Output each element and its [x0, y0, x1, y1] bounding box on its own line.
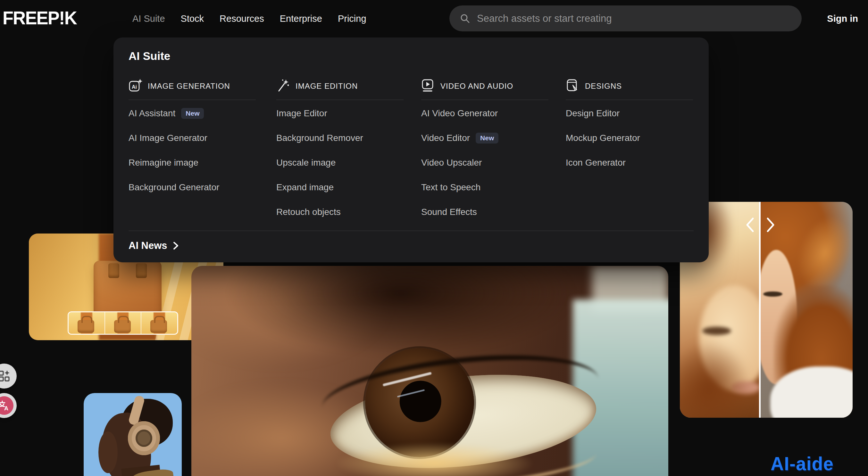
search-icon: [460, 13, 470, 24]
bag-handle-shape: [136, 263, 147, 278]
headphone-cup-shape: [128, 421, 160, 455]
menu-item-retouch-objects[interactable]: Retouch objects: [276, 200, 404, 224]
translate-button-inner: A: [0, 396, 13, 415]
new-badge: New: [476, 133, 498, 143]
menu-item-expand-image[interactable]: Expand image: [276, 175, 404, 200]
menu-item-label: Upscale image: [276, 158, 336, 168]
filmstrip-frame: [104, 312, 141, 334]
menu-item-image-editor[interactable]: Image Editor: [276, 101, 404, 126]
search-placeholder: Search assets or start creating: [477, 13, 612, 24]
nav-item-ai-suite[interactable]: AI Suite: [132, 13, 165, 24]
menu-item-video-editor[interactable]: Video EditorNew: [421, 126, 549, 150]
menu-column-header-label: DESIGNS: [585, 82, 622, 91]
top-navigation-bar: FREEP!K AI SuiteStockResourcesEnterprise…: [0, 0, 868, 37]
video-filmstrip[interactable]: [68, 311, 178, 335]
menu-item-background-remover[interactable]: Background Remover: [276, 126, 404, 150]
comparison-slider-handle[interactable]: [759, 202, 761, 418]
menu-item-ai-image-generator[interactable]: AI Image Generator: [128, 126, 256, 150]
menu-item-video-upscaler[interactable]: Video Upscaler: [421, 150, 549, 175]
menu-item-label: Sound Effects: [421, 207, 477, 217]
image-generation-icon: Ai: [128, 79, 143, 94]
menu-item-design-editor[interactable]: Design Editor: [566, 101, 693, 126]
menu-item-label: Video Upscaler: [421, 158, 482, 168]
filmstrip-frame: [141, 312, 177, 334]
menu-item-label: Background Generator: [128, 182, 219, 193]
menu-item-label: Text to Speech: [421, 182, 480, 193]
chevron-left-icon[interactable]: [744, 216, 756, 234]
chevron-right-icon[interactable]: [765, 216, 777, 234]
menu-item-label: Expand image: [276, 182, 334, 193]
ai-aide-watermark: AI-aide: [771, 452, 834, 474]
filmstrip-frame: [69, 312, 104, 334]
skin-shimmer-shape: [334, 442, 535, 476]
chevron-right-icon: [173, 241, 179, 250]
menu-column-video-and-audio: VIDEO AND AUDIOAI Video GeneratorVideo E…: [421, 37, 549, 262]
nav-item-resources[interactable]: Resources: [220, 13, 264, 24]
menu-column-header-label: VIDEO AND AUDIO: [440, 82, 513, 91]
nav-item-stock[interactable]: Stock: [181, 13, 204, 24]
menu-item-label: AI Image Generator: [128, 133, 207, 143]
nav-item-pricing[interactable]: Pricing: [338, 13, 366, 24]
video-audio-icon: [421, 79, 435, 94]
translate-icon: A: [0, 400, 10, 411]
new-badge: New: [181, 108, 204, 119]
menu-column-header: VIDEO AND AUDIO: [421, 78, 513, 95]
menu-column-header-label: IMAGE GENERATION: [148, 82, 230, 91]
magic-wand-icon: [276, 79, 290, 94]
menu-item-upscale-image[interactable]: Upscale image: [276, 150, 404, 175]
menu-column-header: IMAGE EDITION: [276, 78, 358, 95]
bag-handle-shape: [108, 263, 119, 278]
menu-item-ai-assistant[interactable]: AI AssistantNew: [128, 101, 256, 126]
menu-item-text-to-speech[interactable]: Text to Speech: [421, 175, 549, 200]
freepik-logo[interactable]: FREEP!K: [3, 7, 76, 29]
menu-item-ai-video-generator[interactable]: AI Video Generator: [421, 101, 549, 126]
menu-item-label: AI Assistant: [128, 108, 175, 118]
translate-floating-button[interactable]: A: [0, 393, 17, 418]
menu-item-label: Design Editor: [566, 108, 620, 118]
profile-shape: [98, 432, 118, 473]
apps-sparkle-icon: [0, 370, 10, 382]
menu-item-label: Mockup Generator: [566, 133, 640, 143]
menu-item-reimagine-image[interactable]: Reimagine image: [128, 150, 256, 175]
nav-item-enterprise[interactable]: Enterprise: [280, 13, 322, 24]
menu-item-mockup-generator[interactable]: Mockup Generator: [566, 126, 693, 150]
menu-item-label: Background Remover: [276, 133, 363, 143]
after-sharp-half: [761, 202, 852, 418]
menu-column-header-label: IMAGE EDITION: [296, 82, 358, 91]
search-bar[interactable]: Search assets or start creating: [450, 5, 802, 31]
menu-column-image-edition: IMAGE EDITIONImage EditorBackground Remo…: [276, 37, 404, 262]
menu-column-designs: DESIGNSDesign EditorMockup GeneratorIcon…: [566, 37, 693, 262]
menu-item-icon-generator[interactable]: Icon Generator: [566, 150, 693, 175]
menu-item-label: Image Editor: [276, 108, 327, 118]
sign-in-button[interactable]: Sign in: [827, 0, 858, 37]
menu-column-header: AiIMAGE GENERATION: [128, 78, 230, 95]
menu-item-label: Video Editor: [421, 133, 470, 143]
menu-column-divider: [276, 100, 404, 100]
menu-item-background-generator[interactable]: Background Generator: [128, 175, 256, 200]
menu-item-label: AI Video Generator: [421, 108, 498, 118]
svg-text:A: A: [4, 405, 8, 411]
eyebrow-shape: [220, 266, 582, 359]
eye-closeup-preview-card: [191, 266, 668, 476]
headphones-portrait-card: [84, 393, 182, 476]
menu-item-label: Retouch objects: [276, 207, 341, 217]
menu-column-divider: [421, 100, 549, 100]
menu-item-label: Reimagine image: [128, 158, 198, 168]
svg-text:Ai: Ai: [132, 84, 137, 90]
designs-icon: [566, 79, 580, 94]
menu-footer-divider: [128, 231, 694, 231]
ai-news-link[interactable]: AI News: [128, 237, 179, 254]
ai-suite-mega-menu: AI Suite AiIMAGE GENERATIONAI AssistantN…: [114, 37, 709, 262]
menu-column-divider: [128, 100, 256, 100]
ai-news-label: AI News: [128, 240, 167, 251]
menu-item-sound-effects[interactable]: Sound Effects: [421, 200, 549, 224]
main-nav: AI SuiteStockResourcesEnterprisePricing: [132, 0, 366, 37]
menu-item-label: Icon Generator: [566, 158, 626, 168]
menu-column-divider: [566, 100, 693, 100]
menu-column-image-generation: AiIMAGE GENERATIONAI AssistantNewAI Imag…: [128, 37, 256, 262]
apps-sparkle-floating-button[interactable]: [0, 364, 17, 388]
menu-column-header: DESIGNS: [566, 78, 622, 95]
